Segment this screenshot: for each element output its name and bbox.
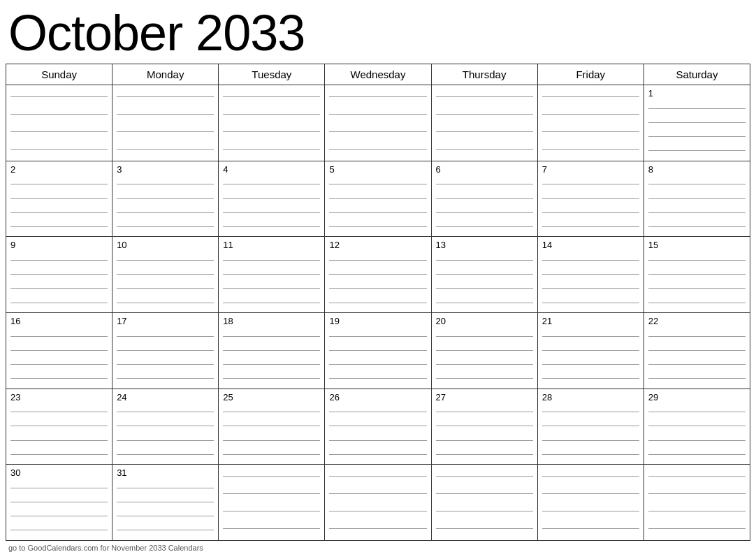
weeks-container: 1234567891011121314151617181920212223242… [6, 85, 750, 541]
day-line [223, 96, 320, 97]
day-line [10, 530, 108, 530]
day-line [117, 260, 214, 261]
day-line [117, 274, 214, 275]
day-lines [436, 88, 533, 158]
day-header-monday: Monday [112, 64, 219, 85]
day-line [542, 149, 639, 150]
day-line [436, 274, 533, 275]
day-number: 29 [648, 392, 746, 402]
day-number: 5 [329, 164, 426, 175]
day-line [10, 226, 108, 227]
day-lines [223, 405, 320, 462]
day-cell: 26 [325, 389, 431, 465]
day-line [10, 440, 108, 441]
day-cell: 10 [112, 237, 219, 312]
day-line [436, 212, 533, 213]
week-row-6: 3031 [6, 465, 750, 541]
day-number: 17 [117, 316, 214, 326]
day-line [223, 274, 320, 275]
day-cell: 23 [6, 389, 112, 465]
day-lines [117, 177, 214, 234]
day-line [542, 412, 639, 412]
day-line [329, 426, 426, 426]
day-line [117, 198, 214, 199]
day-line [223, 198, 320, 199]
day-cell [538, 85, 644, 161]
day-line [542, 528, 639, 529]
day-line [117, 288, 214, 289]
day-line [329, 493, 426, 494]
day-line [436, 198, 533, 199]
day-line [542, 212, 639, 213]
day-line [436, 476, 533, 477]
day-line [542, 96, 639, 97]
day-cell: 12 [325, 237, 431, 312]
day-line [436, 96, 533, 97]
day-lines [436, 329, 533, 386]
day-lines [223, 88, 320, 158]
day-line [117, 364, 214, 365]
day-cell: 29 [644, 389, 750, 465]
day-line [329, 378, 426, 379]
day-number: 15 [648, 240, 746, 250]
day-line [648, 350, 746, 351]
day-number: 8 [648, 164, 746, 175]
day-line [117, 184, 214, 184]
day-line [329, 288, 426, 289]
day-line [117, 303, 214, 303]
day-number: 1 [648, 88, 746, 99]
day-line [436, 288, 533, 289]
day-lines [10, 88, 108, 158]
day-line [223, 288, 320, 289]
day-line [117, 96, 214, 97]
day-number: 11 [223, 240, 320, 250]
day-cell: 13 [432, 237, 538, 312]
week-row-4: 16171819202122 [6, 313, 750, 389]
day-lines [648, 177, 746, 234]
day-cell [644, 465, 750, 540]
day-lines [329, 88, 426, 158]
day-line [648, 226, 746, 227]
day-line [436, 336, 533, 337]
day-line [436, 260, 533, 261]
day-line [223, 528, 320, 529]
day-number: 14 [542, 240, 639, 250]
day-cell: 19 [325, 313, 431, 389]
day-lines [436, 253, 533, 310]
day-lines [223, 177, 320, 234]
day-cell: 22 [644, 313, 750, 389]
day-line [10, 350, 108, 351]
day-line [329, 440, 426, 441]
day-line [329, 412, 426, 412]
day-line [648, 274, 746, 275]
day-line [10, 412, 108, 412]
day-line [436, 493, 533, 494]
day-lines [10, 481, 108, 537]
day-number: 20 [436, 316, 533, 326]
day-line [223, 426, 320, 426]
day-line [648, 378, 746, 379]
day-line [542, 288, 639, 289]
day-number: 21 [542, 316, 639, 326]
day-line [648, 476, 746, 477]
day-line [648, 303, 746, 303]
day-number: 28 [542, 392, 639, 402]
day-cell: 17 [112, 313, 219, 389]
day-line [648, 150, 746, 151]
day-lines [542, 177, 639, 234]
day-line [436, 131, 533, 132]
day-line [329, 131, 426, 132]
day-line [436, 454, 533, 455]
day-line [223, 114, 320, 115]
day-line [542, 426, 639, 426]
day-number: 6 [436, 164, 533, 175]
day-line [117, 530, 214, 530]
day-line [10, 378, 108, 379]
day-lines [436, 467, 533, 537]
day-line [223, 454, 320, 455]
day-line [648, 184, 746, 184]
calendar-container: October 2033 SundayMondayTuesdayWednesda… [0, 0, 756, 559]
day-lines [117, 405, 214, 462]
day-line [10, 303, 108, 303]
day-line [10, 502, 108, 502]
